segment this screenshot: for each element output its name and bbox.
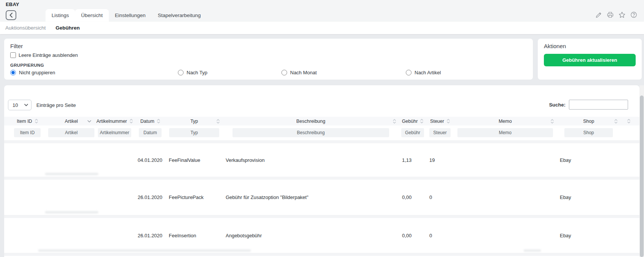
filter-input-memo[interactable]: [457, 128, 553, 137]
table-row[interactable]: 04.01.2020 FeeFinalValue Verkaufsprovisi…: [4, 143, 639, 177]
sort-icon: [157, 119, 160, 124]
column-label: Memo: [499, 119, 512, 124]
star-icon[interactable]: [619, 11, 625, 18]
chevron-left-icon: [9, 13, 13, 18]
page-title: EBAY: [6, 2, 19, 7]
grouping-option-typ: Nach Typ: [178, 70, 281, 75]
page-size-label: Einträge pro Seite: [36, 102, 76, 108]
radio-label: Nach Monat: [290, 70, 317, 75]
cell-gebuehr: 0,00: [399, 233, 426, 238]
cell-shop: Ebay: [557, 157, 620, 163]
column-header-beschreibung[interactable]: Beschreibung: [223, 117, 399, 125]
radio-nach-typ[interactable]: [178, 70, 184, 75]
filter-input-steuer[interactable]: [429, 128, 451, 137]
table-row[interactable]: 26.01.2020 FeeInsertion Angebotsgebühr 0…: [4, 218, 639, 253]
cell-gebuehr: 1,13: [399, 157, 426, 163]
edit-icon[interactable]: [595, 11, 602, 18]
hide-empty-row: Leere Einträge ausblenden: [10, 52, 527, 58]
sort-icon: [614, 119, 617, 124]
column-label: Datum: [140, 119, 154, 124]
column-label: Typ: [190, 119, 198, 124]
redacted-text-remnant: [45, 173, 98, 175]
filter-title: Filter: [10, 43, 527, 49]
filter-input-artikel[interactable]: [48, 128, 94, 137]
grouping-option-none: Nicht gruppieren: [10, 70, 178, 75]
column-label: Steuer: [430, 119, 444, 124]
cell-typ: FeeInsertion: [166, 233, 223, 238]
toolbar-icons: [595, 11, 637, 18]
column-header-gebuehr[interactable]: Gebühr: [399, 117, 426, 125]
main-tabs: Listings Übersicht Einstellungen Stapelv…: [46, 9, 207, 22]
table-controls: 10 Einträge pro Seite Suche:: [8, 100, 637, 110]
hide-empty-label: Leere Einträge ausblenden: [19, 52, 78, 58]
redacted-text-remnant: [524, 249, 541, 252]
radio-nach-monat[interactable]: [281, 70, 287, 75]
print-icon[interactable]: [607, 11, 614, 18]
redacted-text-remnant: [38, 249, 251, 252]
column-header-item-id[interactable]: Item ID: [6, 117, 48, 125]
column-label: Beschreibung: [296, 119, 325, 124]
filter-input-beschreibung[interactable]: [232, 128, 389, 137]
sort-desc-icon: [87, 120, 91, 122]
grouping-option-artikel: Nach Artikel: [406, 70, 527, 75]
tab-label: Stapelverarbeitung: [158, 13, 201, 18]
filter-input-typ[interactable]: [169, 128, 219, 137]
tab-label: Einstellungen: [115, 13, 146, 18]
filter-input-datum[interactable]: [139, 128, 162, 137]
column-label: Gebühr: [402, 119, 418, 124]
column-filter-row: [4, 128, 639, 136]
filter-input-gebuehr[interactable]: [401, 128, 424, 137]
update-fees-button[interactable]: Gebühren aktualisieren: [544, 54, 636, 66]
sort-icon: [393, 119, 396, 124]
tab-einstellungen[interactable]: Einstellungen: [109, 9, 152, 22]
subnav-gebuehren[interactable]: Gebühren: [56, 25, 80, 31]
sort-icon: [130, 119, 133, 124]
column-header-extra[interactable]: [620, 117, 637, 125]
filter-panel: Filter Leere Einträge ausblenden GRUPPIE…: [4, 39, 533, 80]
cell-datum: 04.01.2020: [135, 157, 166, 163]
sort-icon: [35, 119, 38, 124]
table-row[interactable]: 26.01.2020 FeePicturePack Gebühr für Zus…: [4, 180, 639, 215]
radio-nicht-gruppieren[interactable]: [10, 70, 16, 75]
column-header-datum[interactable]: Datum: [135, 117, 166, 125]
tab-label: Listings: [52, 13, 69, 18]
actions-panel: Aktionen Gebühren aktualisieren: [538, 39, 642, 80]
vertical-scrollbar[interactable]: [640, 96, 644, 257]
cell-typ: FeeFinalValue: [166, 157, 223, 163]
row-separator: [4, 215, 639, 218]
redacted-text-remnant: [45, 211, 98, 213]
cell-datum: 26.01.2020: [135, 194, 166, 200]
page-size-value: 10: [13, 102, 18, 108]
filter-input-shop[interactable]: [564, 128, 613, 137]
column-header-typ[interactable]: Typ: [166, 117, 223, 125]
cell-gebuehr: 0,00: [399, 194, 426, 200]
column-header-artikel[interactable]: Artikel: [48, 117, 94, 125]
grouping-label: GRUPPIERUNG: [10, 63, 527, 67]
page-size-select[interactable]: 10: [8, 100, 31, 110]
cell-beschreibung: Gebühr für Zusatzoption "Bilderpaket": [223, 194, 399, 200]
sort-icon: [217, 119, 220, 124]
subnav-auktionsuebersicht[interactable]: Auktionsübersicht: [5, 25, 46, 31]
tab-uebersicht[interactable]: Übersicht: [75, 9, 109, 22]
column-label: Shop: [583, 119, 594, 124]
column-header-steuer[interactable]: Steuer: [426, 117, 454, 125]
radio-label: Nach Artikel: [415, 70, 441, 75]
column-label: Item ID: [17, 119, 32, 124]
column-header-artikelnummer[interactable]: Artikelnummer: [94, 117, 135, 125]
column-header-memo[interactable]: Memo: [454, 117, 557, 125]
tab-stapelverarbeitung[interactable]: Stapelverarbeitung: [152, 9, 207, 22]
radio-label: Nach Typ: [187, 70, 207, 75]
chevron-down-icon: [24, 104, 28, 106]
hide-empty-checkbox[interactable]: [10, 52, 16, 58]
tab-listings[interactable]: Listings: [46, 9, 75, 22]
grouping-option-monat: Nach Monat: [281, 70, 406, 75]
cell-shop: Ebay: [557, 194, 620, 200]
column-header-shop[interactable]: Shop: [557, 117, 620, 125]
help-icon[interactable]: [630, 11, 637, 18]
radio-nach-artikel[interactable]: [406, 70, 412, 75]
back-button[interactable]: [6, 10, 16, 20]
row-separator: [4, 253, 639, 256]
search-input[interactable]: [569, 100, 628, 110]
filter-input-item-id[interactable]: [14, 128, 41, 137]
filter-input-artikelnummer[interactable]: [98, 128, 132, 137]
